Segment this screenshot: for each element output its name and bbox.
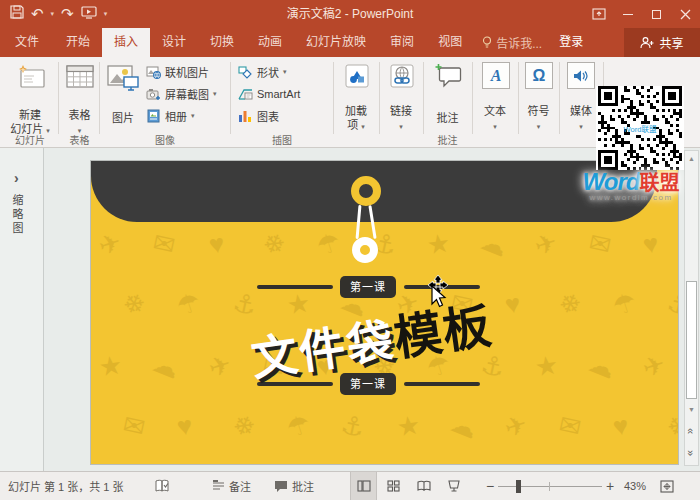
shapes-button[interactable]: 形状 ▾: [238, 63, 287, 81]
normal-view-button[interactable]: [350, 472, 377, 500]
pattern-icon: ☁: [148, 347, 184, 385]
slideshow-view-button[interactable]: [440, 472, 467, 500]
group-label-images: 图像: [101, 132, 229, 145]
grommet-top-ring[interactable]: [351, 176, 381, 206]
table-icon: [66, 65, 94, 89]
slide-sorter-view-button[interactable]: [380, 472, 407, 500]
picture-icon: [107, 64, 140, 94]
comments-icon: [274, 480, 288, 492]
pattern-icon: ★: [97, 350, 124, 384]
photo-album-button[interactable]: 相册 ▾: [146, 107, 195, 125]
pattern-icon: ✉: [556, 409, 584, 444]
comment-icon: [434, 63, 462, 90]
title-bar: ↶▾ ↷ ▾ 演示文稿2 - PowerPoint: [0, 0, 700, 28]
pattern-icon: ★: [395, 410, 422, 444]
chart-button[interactable]: 图表: [238, 107, 279, 125]
group-label-slides: 幻灯片: [4, 132, 56, 145]
status-bar: 幻灯片 第 1 张，共 1 张 备注 批注 − + 43%: [0, 471, 700, 500]
tab-design[interactable]: 设计: [150, 28, 198, 57]
fit-to-window-button[interactable]: [660, 472, 674, 500]
zoom-slider-thumb[interactable]: [516, 480, 521, 493]
scroll-down-icon[interactable]: ▼: [685, 403, 698, 417]
grommet-bottom-ring[interactable]: [352, 237, 378, 263]
pattern-icon: ❄: [258, 226, 290, 263]
tab-review[interactable]: 审阅: [378, 28, 426, 57]
comments-button[interactable]: 批注: [274, 472, 314, 500]
pattern-icon: ✉: [120, 409, 148, 444]
ribbon-display-options-icon[interactable]: [584, 0, 613, 28]
online-pictures-button[interactable]: 联机图片: [146, 63, 209, 81]
fit-to-window-icon: [660, 480, 674, 493]
pattern-icon: ✈: [501, 408, 531, 444]
symbols-button[interactable]: Ω 符号 ▾: [520, 57, 557, 148]
maximize-button[interactable]: [642, 0, 671, 28]
tab-home[interactable]: 开始: [54, 28, 102, 57]
scrollbar-thumb[interactable]: [686, 281, 697, 399]
slideshow-view-icon: [447, 480, 461, 492]
lesson-badge-top[interactable]: 第一课: [340, 276, 396, 298]
share-button[interactable]: 共享: [624, 28, 700, 57]
dropdown-arrow-icon: ▾: [191, 112, 195, 120]
text-button[interactable]: A 文本 ▾: [474, 57, 516, 148]
tab-file[interactable]: 文件: [0, 28, 54, 57]
thumbnail-pane-label: 缩略图: [9, 194, 25, 236]
text-box-icon: A: [482, 62, 510, 89]
tab-animations[interactable]: 动画: [246, 28, 294, 57]
wordlm-logo: Word联盟 www.wordlm.com: [566, 167, 696, 202]
pattern-icon: ❄: [554, 286, 586, 323]
pattern-icon: ✉: [150, 227, 178, 262]
next-slide-icon[interactable]: »: [685, 445, 698, 461]
media-button[interactable]: 媒体 ▾: [561, 57, 601, 148]
smartart-button[interactable]: SmartArt: [238, 85, 300, 103]
pattern-icon: ♥: [611, 410, 631, 443]
tab-view[interactable]: 视图: [426, 28, 474, 57]
slide-canvas[interactable]: ✈✉♥❄☂⚓★☁✈✉♥❄☂⚓★☁✈✉♥❄☂⚓★☁✈✉♥❄☂⚓★☁✈✉♥❄☂⚓★☁…: [90, 160, 679, 465]
dropdown-arrow-icon: ▾: [213, 90, 217, 98]
tab-insert[interactable]: 插入: [102, 28, 150, 57]
tell-me-box[interactable]: 告诉我...: [474, 28, 550, 57]
spell-check-indicator[interactable]: [155, 472, 170, 500]
screenshot-button[interactable]: 屏幕截图 ▾: [146, 85, 217, 103]
wordlm-word-text: Word: [583, 168, 640, 195]
wordlm-lm-text: 联盟: [639, 172, 679, 194]
pattern-icon: ✈: [639, 348, 669, 384]
omega-icon: Ω: [525, 62, 553, 89]
zoom-out-button[interactable]: −: [486, 472, 494, 500]
close-button[interactable]: [671, 0, 700, 28]
pattern-icon: ★: [425, 228, 452, 262]
pattern-icon: ❄: [228, 408, 260, 445]
zoom-slider-track[interactable]: [498, 486, 602, 487]
spell-check-icon: [155, 479, 170, 493]
speaker-icon: [567, 62, 595, 89]
notes-button[interactable]: 备注: [212, 472, 251, 500]
links-button[interactable]: 链接 ▾: [381, 57, 421, 148]
previous-slide-icon[interactable]: «: [685, 423, 698, 439]
zoom-percentage[interactable]: 43%: [624, 472, 646, 500]
tab-slideshow[interactable]: 幻灯片放映: [294, 28, 378, 57]
reading-view-button[interactable]: [410, 472, 437, 500]
shapes-icon: [238, 65, 253, 79]
zoom-in-button[interactable]: +: [606, 472, 614, 500]
expand-pane-chevron-icon[interactable]: ›: [14, 170, 19, 186]
scroll-up-icon[interactable]: ▲: [685, 152, 698, 166]
add-ins-button[interactable]: 加载 项 ▾: [335, 57, 377, 148]
pattern-icon: ♥: [641, 228, 661, 261]
pattern-icon: ✈: [95, 226, 125, 262]
chart-icon: [238, 109, 253, 123]
pattern-icon: ⚓: [664, 287, 679, 322]
add-ins-icon: [344, 63, 370, 89]
dropdown-arrow-icon: ▾: [283, 68, 287, 76]
pattern-icon: ❄: [662, 408, 679, 445]
pattern-icon: ☂: [313, 226, 345, 263]
notes-icon: [212, 480, 225, 492]
online-pictures-icon: [146, 65, 161, 79]
dropdown-arrow-icon: ▾: [579, 123, 583, 130]
screenshot-icon: [146, 87, 161, 101]
divider-line-bottom-right: [404, 382, 480, 386]
minimize-button[interactable]: [613, 0, 642, 28]
powerpoint-window: ↶▾ ↷ ▾ 演示文稿2 - PowerPoint 文件 开始 插入 设计 切换…: [0, 0, 700, 500]
tab-transitions[interactable]: 切换: [198, 28, 246, 57]
sign-in-button[interactable]: 登录: [550, 28, 592, 57]
group-label-comments: 批注: [425, 132, 470, 145]
thumbnail-pane-collapsed[interactable]: › 缩略图: [0, 148, 44, 471]
